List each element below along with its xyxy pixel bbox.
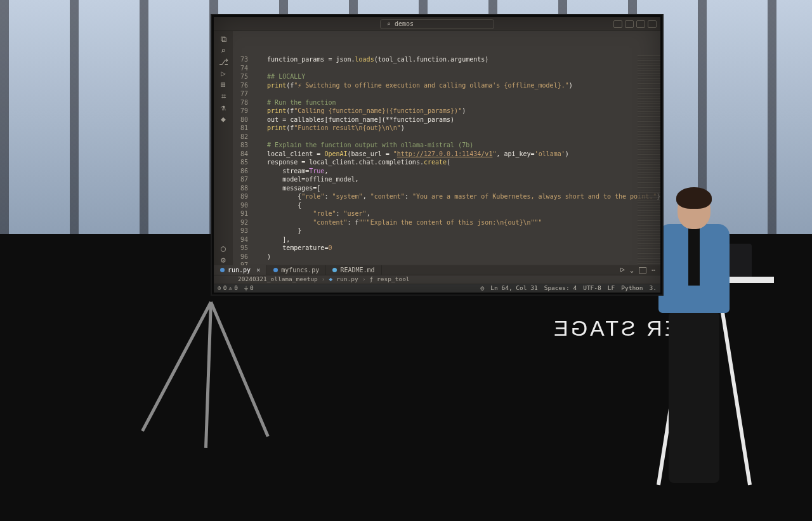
tab-label: myfuncs.py [281,266,319,275]
more-actions-icon[interactable]: ⋯ [652,266,655,275]
breadcrumb-segment[interactable]: 20240321_ollama_meetup [238,275,318,284]
extensions-icon[interactable]: ⊞ [218,79,229,91]
symbol-function-icon: ƒ [369,275,373,284]
status-python-interpreter[interactable]: 3. [650,284,657,293]
docker-icon[interactable]: ◆ [218,114,229,125]
split-editor-icon[interactable] [639,267,646,274]
explorer-icon[interactable]: ⧉ [218,34,229,45]
remote-icon[interactable]: ⌗ [218,91,229,102]
status-ports[interactable]: ⏚ 0 [244,284,254,293]
layout-toggle-sidebar-icon[interactable] [625,20,634,28]
layout-toggle-secondary-icon[interactable] [636,20,645,28]
command-center-search[interactable]: ⌕ demos [380,19,494,29]
layout-customize-icon[interactable] [648,20,657,28]
status-live-share[interactable]: ◎ [481,284,485,293]
settings-gear-icon[interactable]: ⚙ [218,254,229,265]
status-language-mode[interactable]: Python [621,284,643,293]
status-eol[interactable]: LF [608,284,615,293]
testing-icon[interactable]: ⚗ [218,102,229,114]
search-icon: ⌕ [387,20,391,29]
code-editor[interactable]: 73 74 75 76 77 78 79 80 81 82 83 84 85 8… [233,55,660,265]
chevron-right-icon: › [322,275,325,284]
layout-toggle-panel-icon[interactable] [613,20,622,28]
status-cursor-position[interactable]: Ln 64, Col 31 [490,284,537,293]
accounts-icon[interactable]: ◯ [218,242,229,254]
tab-label: run.py [228,266,251,275]
line-number-gutter: 73 74 75 76 77 78 79 80 81 82 83 84 85 8… [233,55,252,265]
breadcrumb-segment[interactable]: run.py [336,275,358,284]
title-bar: ⌕ demos [214,17,660,31]
tripod-left [127,302,292,467]
radio-tower-icon: ⏚ [244,284,248,293]
minimap[interactable] [638,55,660,265]
editor-tab[interactable]: myfuncs.py [267,265,326,275]
info-file-icon [332,268,337,272]
editor-tab-bar: run.py×myfuncs.pyREADME.md ▷ ⌄ ⋯ [214,265,660,275]
broadcast-icon: ◎ [481,284,485,293]
status-bar: ⊘ 0 ⚠ 0 ⏚ 0 ◎ Ln 64, Col 31 Spaces: 4 UT… [214,284,660,293]
activity-bar: ⧉⌕⎇▷⊞⌗⚗◆ ◯⚙ [214,31,233,265]
breadcrumb[interactable]: 20240321_ollama_meetup › ◆ run.py › ƒ re… [233,275,660,284]
presentation-scene: ER STAGE ⌕ demos [0,0,812,521]
status-indentation[interactable]: Spaces: 4 [544,284,577,293]
run-debug-icon[interactable]: ▷ [218,68,229,79]
close-tab-icon[interactable]: × [256,266,260,275]
presenter-person [653,191,733,489]
chevron-right-icon: › [362,275,366,284]
vscode-window: ⌕ demos ⧉⌕⎇▷⊞⌗⚗◆ ◯⚙ run.py×myfuncs.pyREA… [214,17,660,293]
python-file-icon [273,268,278,272]
tab-label: README.md [340,266,374,275]
code-content[interactable]: function_params = json.loads(tool_call.f… [252,55,660,265]
error-icon: ⊘ [218,284,221,293]
python-file-icon [220,268,225,272]
run-file-button[interactable]: ▷ [620,265,625,275]
run-dropdown-icon[interactable]: ⌄ [630,266,634,275]
status-errors[interactable]: ⊘ 0 ⚠ 0 [218,284,238,293]
source-control-icon[interactable]: ⎇ [218,56,229,68]
breadcrumb-segment[interactable]: resp_tool [377,275,409,284]
status-encoding[interactable]: UTF-8 [583,284,601,293]
editor-tab[interactable]: run.py× [214,265,267,275]
warning-icon: ⚠ [228,284,232,293]
editor-tab[interactable]: README.md [326,265,381,275]
titlebar-layout-controls [613,20,657,28]
search-icon[interactable]: ⌕ [218,45,229,56]
search-placeholder: demos [395,20,414,29]
projection-screen: ⌕ demos ⧉⌕⎇▷⊞⌗⚗◆ ◯⚙ run.py×myfuncs.pyREA… [212,15,662,294]
